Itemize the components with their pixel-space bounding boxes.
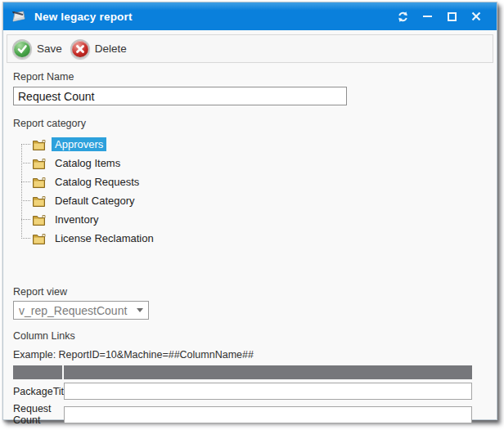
- report-view-value: v_rep_RequestCount: [19, 304, 133, 317]
- report-view-label: Report view: [13, 286, 487, 298]
- tree-item-default-category[interactable]: Default Category: [21, 191, 487, 210]
- tree-item-approvers[interactable]: Approvers: [21, 135, 487, 154]
- chevron-down-icon: [137, 308, 143, 312]
- column-row-label: PackageTitle: [13, 386, 64, 397]
- refresh-button[interactable]: [390, 6, 415, 27]
- title-bar: New legacy report: [3, 2, 497, 30]
- delete-button[interactable]: Delete: [70, 39, 127, 59]
- report-name-label: Report Name: [13, 71, 487, 83]
- tree-item-label: License Reclamation: [52, 231, 157, 245]
- column-row-label: Request Count: [13, 403, 64, 426]
- folder-icon: [32, 213, 47, 226]
- packagetitle-link-input[interactable]: [64, 383, 472, 400]
- dialog-content: Report Name Report category Approvers: [3, 63, 497, 426]
- dialog-window: New legacy report: [2, 2, 497, 420]
- tree-item-inventory[interactable]: Inventory: [21, 210, 487, 229]
- maximize-button[interactable]: [439, 6, 464, 27]
- column-links-table-header: [13, 365, 472, 379]
- close-button[interactable]: [464, 6, 488, 27]
- table-row: PackageTitle: [13, 383, 472, 400]
- tree-item-label: Default Category: [52, 194, 138, 208]
- save-label: Save: [37, 43, 62, 55]
- report-icon: [11, 9, 28, 24]
- folder-icon: [32, 195, 47, 208]
- folder-icon: [32, 157, 47, 170]
- save-button[interactable]: Save: [12, 39, 62, 59]
- column-links-example: Example: ReportID=10&Machine=##ColumnNam…: [13, 349, 487, 361]
- close-icon: [471, 11, 481, 21]
- save-check-icon: [12, 39, 32, 59]
- delete-x-icon: [70, 39, 90, 59]
- table-row: Request Count: [13, 403, 472, 426]
- report-category-label: Report category: [13, 118, 487, 129]
- tree-guide-line: [21, 144, 22, 239]
- header-cell-link: [64, 365, 472, 379]
- tree-item-label: Catalog Requests: [52, 175, 142, 189]
- report-name-input[interactable]: [13, 87, 347, 105]
- folder-icon: [32, 138, 47, 151]
- report-view-dropdown[interactable]: v_rep_RequestCount: [13, 301, 149, 320]
- request-count-link-input[interactable]: [64, 406, 472, 423]
- tree-item-label: Catalog Items: [52, 156, 124, 170]
- tree-item-catalog-requests[interactable]: Catalog Requests: [21, 172, 487, 191]
- toolbar: Save Delete: [7, 34, 493, 63]
- minimize-button[interactable]: [415, 6, 439, 27]
- report-category-tree: Approvers Catalog Items Catalog Re: [21, 135, 487, 248]
- column-links-table: PackageTitle Request Count: [13, 365, 472, 426]
- maximize-icon: [448, 12, 457, 21]
- refresh-icon: [397, 11, 409, 23]
- minimize-icon: [423, 16, 432, 17]
- window-controls: [390, 6, 488, 27]
- delete-label: Delete: [95, 43, 127, 55]
- tree-item-label: Approvers: [52, 137, 106, 151]
- header-cell-name: [13, 365, 62, 379]
- tree-item-license-reclamation[interactable]: License Reclamation: [21, 229, 487, 248]
- column-links-label: Column Links: [13, 330, 487, 342]
- folder-icon: [32, 232, 47, 245]
- tree-item-catalog-items[interactable]: Catalog Items: [21, 154, 487, 172]
- window-title: New legacy report: [34, 11, 390, 23]
- folder-icon: [32, 176, 47, 189]
- tree-item-label: Inventory: [52, 213, 101, 226]
